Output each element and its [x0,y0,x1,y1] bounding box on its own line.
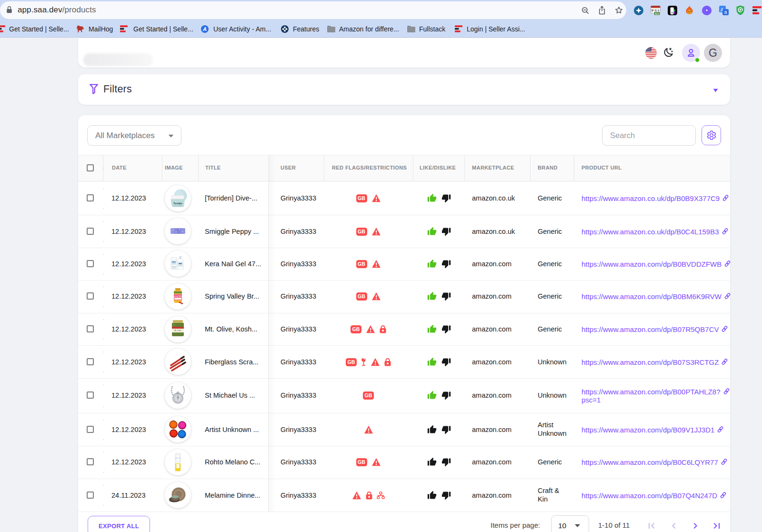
svg-text:A: A [202,26,207,32]
svg-text:DIVE-IN SERUM: DIVE-IN SERUM [173,205,182,207]
svg-text:a: a [724,10,727,15]
svg-text:Mt. Olive: Mt. Olive [174,330,181,331]
svg-text:Torriden: Torriden [173,202,182,205]
svg-text:Spring Valley: Spring Valley [173,295,183,297]
svg-text:メラノ: メラノ [175,457,180,459]
svg-text:テスト: テスト [651,9,660,12]
svg-text:800: 800 [655,12,659,15]
